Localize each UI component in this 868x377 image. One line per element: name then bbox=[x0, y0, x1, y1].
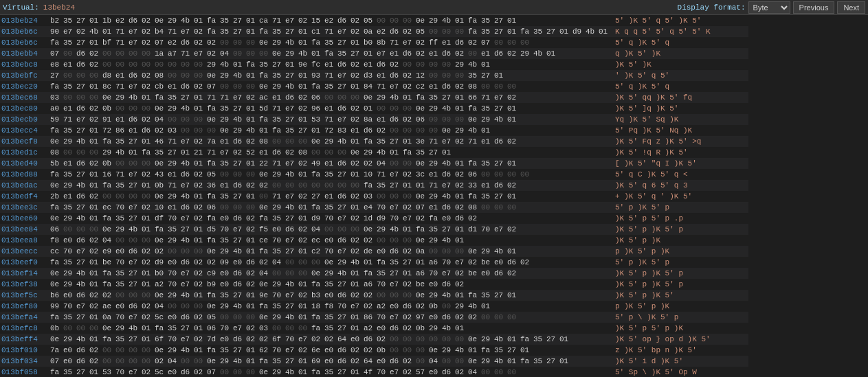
hex-address: 013bee3c bbox=[0, 202, 47, 213]
hex-bytes: fa352701bf71e70207e2d602020000000e294b01… bbox=[47, 37, 611, 48]
ascii-text: )K 5' p )K 5' p bbox=[611, 224, 748, 235]
hex-address: 013bf010 bbox=[0, 345, 47, 356]
ascii-text: p )K 5' p )K bbox=[611, 246, 748, 257]
ascii-text: )K 5' p )K 5' bbox=[611, 290, 748, 301]
display-format-select[interactable]: ByteWordDWordQWord bbox=[748, 1, 790, 14]
hex-bytes: f8e0d602040000000e294b01fa352701ce70e702… bbox=[47, 235, 611, 246]
table-row: 013becf80e294b01fa3527014671e7027ae1d602… bbox=[0, 136, 748, 147]
hex-bytes: 9970e702aee0d602040000000e294b01fa352701… bbox=[47, 301, 611, 312]
top-bar: Virtual: 13beb24 Display format: ByteWor… bbox=[0, 0, 868, 15]
hex-address: 013beef0 bbox=[0, 257, 47, 268]
ascii-text: q )K 5' )K bbox=[611, 48, 748, 59]
table-row: 013bec80a0e1d6020b0000000e294b01fa352701… bbox=[0, 103, 748, 114]
ascii-text: )K 5' p )K 5' p bbox=[611, 268, 748, 279]
hex-bytes: 0e294b01fa3527010b71e70236e1d60202000000… bbox=[47, 180, 611, 191]
next-button[interactable]: Next bbox=[837, 1, 865, 14]
hex-address: 013bed88 bbox=[0, 169, 47, 180]
ascii-text: 5' p )K 5' p bbox=[611, 202, 748, 213]
display-format-label: Display format: bbox=[678, 3, 746, 12]
table-row: 013bed88fa3527011671e70243e1d60205000000… bbox=[0, 169, 748, 180]
ascii-text: )K 5' )K bbox=[611, 59, 748, 70]
ascii-text: 5' Sp \ )K 5' Op W bbox=[611, 367, 748, 377]
table-row: 013becb05971e70291e1d602040000000e294b01… bbox=[0, 114, 748, 125]
hex-address: 013befc8 bbox=[0, 323, 47, 334]
hex-address: 013beb6c bbox=[0, 37, 47, 48]
hex-bytes: 0e294b01fa352701df70e702fae0d602fa352701… bbox=[47, 213, 611, 224]
hex-address: 013bedf4 bbox=[0, 191, 47, 202]
hex-bytes: 07e0d60200000000020400000e294b01fa352701… bbox=[47, 356, 611, 367]
hex-table: 013beb24b23527011be2d6020e294b01fa352701… bbox=[0, 15, 748, 377]
ascii-text: K q q 5' 5' q 5' 5' K bbox=[611, 26, 748, 37]
table-row: 013bee84060000000e294b01fa352701d570e702… bbox=[0, 224, 748, 235]
ascii-text: )K 5' q 6 5' q 3 bbox=[611, 180, 748, 191]
hex-address: 013bebc8 bbox=[0, 59, 47, 70]
hex-address: 013bed1c bbox=[0, 147, 47, 158]
table-row: 013bef380e294b01fa352701a270e702b9e0d602… bbox=[0, 279, 748, 290]
hex-body: 013beb24b23527011be2d6020e294b01fa352701… bbox=[0, 15, 748, 377]
table-row: 013beecccc70e702e9e0d602020000000e294b01… bbox=[0, 246, 748, 257]
table-row: 013bef5cb6e0d602020000000e294b01fa352701… bbox=[0, 290, 748, 301]
hex-bytes: 0e294b01fa352701b070e702c9e0d60204000000… bbox=[47, 268, 611, 279]
hex-bytes: b6e0d602020000000e294b01fa3527019e70e702… bbox=[47, 290, 611, 301]
hex-address: 013beb24 bbox=[0, 15, 47, 26]
hex-address: 013bee60 bbox=[0, 213, 47, 224]
hex-address: 013becb0 bbox=[0, 114, 47, 125]
table-row: 013bef140e294b01fa352701b070e702c9e0d602… bbox=[0, 268, 748, 279]
ascii-text: 5' q C )K 5' q < bbox=[611, 169, 748, 180]
table-row: 013befa4fa3527010a70e7025ce0d60205000000… bbox=[0, 312, 748, 323]
hex-container[interactable]: 013beb24b23527011be2d6020e294b01fa352701… bbox=[0, 15, 868, 377]
prev-button[interactable]: Previous bbox=[793, 1, 835, 14]
hex-bytes: 08000000294b01fa3527012171e70252e1d60208… bbox=[47, 147, 611, 158]
hex-bytes: 7ae0d602000000000e294b01fa3527016270e702… bbox=[47, 345, 611, 356]
hex-bytes: fa352701be70e702d9e0d6020209e0d602040000… bbox=[47, 257, 611, 268]
hex-bytes: e8e1d6020000000000000000294b01fa3527019e… bbox=[47, 59, 611, 70]
hex-address: 013beb6c bbox=[0, 26, 47, 37]
hex-address: 013bebfc bbox=[0, 70, 47, 81]
hex-bytes: fa3527018c71e702cbe1d602070000000e294b01… bbox=[47, 81, 611, 92]
table-row: 013bf0107ae0d602000000000e294b01fa352701… bbox=[0, 345, 748, 356]
hex-address: 013bf058 bbox=[0, 367, 47, 377]
table-row: 013bebc8e8e1d6020000000000000000294b01fa… bbox=[0, 59, 748, 70]
ascii-text: p )K 5' p )K bbox=[611, 301, 748, 312]
hex-address: 013bee84 bbox=[0, 224, 47, 235]
hex-bytes: 0e294b01fa3527016f70e7027de0d602026f70e7… bbox=[47, 334, 611, 345]
hex-address: 013bed40 bbox=[0, 158, 47, 169]
ascii-text: )K 5' i d )K 5' bbox=[611, 356, 748, 367]
table-row: 013bf058fa3527015370e7025ce0d60207000000… bbox=[0, 367, 748, 377]
hex-address: 013bef80 bbox=[0, 301, 47, 312]
hex-address: 013beff4 bbox=[0, 334, 47, 345]
table-row: 013beea8f8e0d602040000000e294b01fa352701… bbox=[0, 235, 748, 246]
hex-bytes: fa3527010a70e7025ce0d602050000000e294b01… bbox=[47, 312, 611, 323]
hex-bytes: fa3527011671e70243e1d602050000000e294b01… bbox=[47, 169, 611, 180]
hex-bytes: fa3527017286e1d602030000000e294b01fa3527… bbox=[47, 125, 611, 136]
virtual-label: Virtual: bbox=[3, 3, 39, 12]
table-row: 013bec20fa3527018c71e702cbe1d60207000000… bbox=[0, 81, 748, 92]
table-row: 013beb6c90e7024b0171e702b471e702fa352701… bbox=[0, 26, 748, 37]
hex-address: 013bedac bbox=[0, 180, 47, 191]
table-row: 013bee600e294b01fa352701df70e702fae0d602… bbox=[0, 213, 748, 224]
ascii-text: 5' )K 5' q 5' )K 5' bbox=[611, 15, 748, 26]
hex-bytes: 90e7024b0171e702b471e702fa352701fa352701… bbox=[47, 26, 611, 37]
ascii-text: z )K 5' bp n )K 5' bbox=[611, 345, 748, 356]
hex-address: 013beea8 bbox=[0, 235, 47, 246]
ascii-text: [ )K 5' "q I )K 5' bbox=[611, 158, 748, 169]
hex-bytes: 0700d602000000001aa771e702040000000e294b… bbox=[47, 48, 611, 59]
hex-bytes: fa3527015370e7025ce0d602070000000e294b01… bbox=[47, 367, 611, 377]
hex-address: 013becc4 bbox=[0, 125, 47, 136]
hex-bytes: b23527011be2d6020e294b01fa352701ca71e702… bbox=[47, 15, 611, 26]
hex-bytes: cc70e702e9e0d602020000000e294b01fa352701… bbox=[47, 246, 611, 257]
table-row: 013bed405be1d6020b0000000e294b01fa352701… bbox=[0, 158, 748, 169]
ascii-text: 5' p )K 5' p bbox=[611, 257, 748, 268]
ascii-text: )K 5' qq )K 5' fq bbox=[611, 92, 748, 103]
ascii-text: )K 5' p )K bbox=[611, 235, 748, 246]
ascii-text: )K 5' p 5' p )K bbox=[611, 323, 748, 334]
table-row: 013becc4fa3527017286e1d602030000000e294b… bbox=[0, 125, 748, 136]
hex-address: 013beecc bbox=[0, 246, 47, 257]
hex-address: 013bef14 bbox=[0, 268, 47, 279]
hex-address: 013becf8 bbox=[0, 136, 47, 147]
hex-bytes: 5be1d6020b0000000e294b01fa3527012271e702… bbox=[47, 158, 611, 169]
hex-address: 013bec80 bbox=[0, 103, 47, 114]
table-row: 013bedac0e294b01fa3527010b71e70236e1d602… bbox=[0, 180, 748, 191]
hex-bytes: 5971e70291e1d602040000000e294b01fa352701… bbox=[47, 114, 611, 125]
ascii-text: 5' q )K 5' q bbox=[611, 37, 748, 48]
